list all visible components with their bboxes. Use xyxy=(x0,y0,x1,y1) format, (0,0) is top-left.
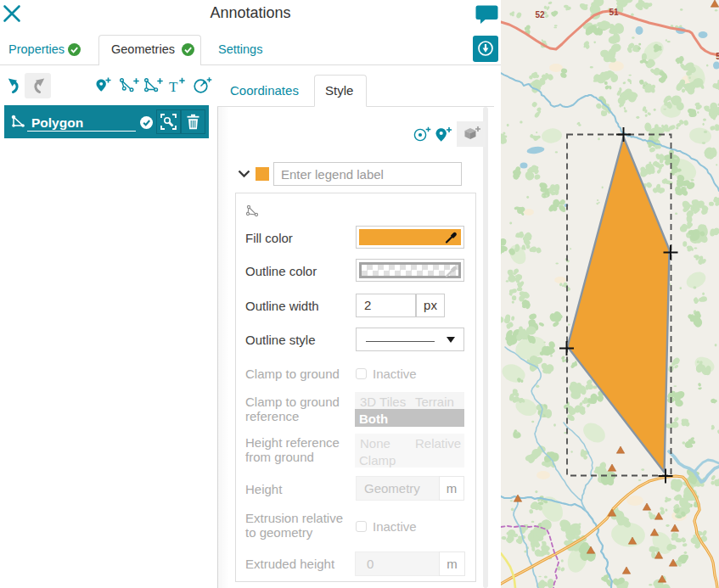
svg-text:51: 51 xyxy=(609,8,619,17)
svg-text:5: 5 xyxy=(716,52,719,61)
svg-text:52: 52 xyxy=(535,10,545,20)
svg-text:T: T xyxy=(169,79,178,94)
